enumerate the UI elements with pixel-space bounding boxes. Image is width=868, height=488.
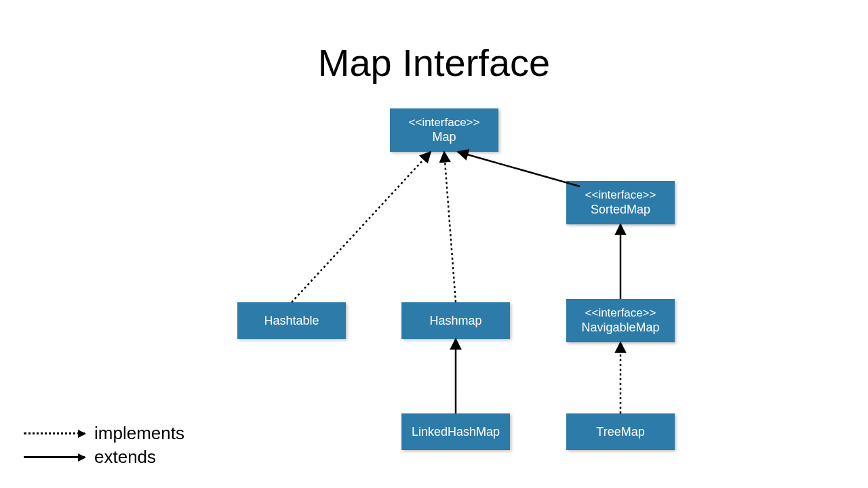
stereotype-label: <<interface>>	[585, 306, 656, 320]
edge-hashmap-to-map	[444, 152, 456, 302]
legend: implements extends	[24, 420, 184, 468]
node-label: Hashmap	[429, 313, 481, 329]
legend-line-solid-icon	[24, 456, 85, 458]
node-linkedhashmap-class: LinkedHashMap	[401, 413, 510, 450]
node-label: TreeMap	[596, 424, 644, 440]
edge-sortedmap-to-map	[458, 152, 580, 186]
stereotype-label: <<interface>>	[409, 115, 480, 129]
node-sortedmap-interface: <<interface>> SortedMap	[566, 181, 675, 224]
legend-label: implements	[94, 423, 184, 444]
edge-hashtable-to-map	[292, 152, 431, 302]
node-label: Hashtable	[264, 313, 319, 329]
node-label: SortedMap	[591, 202, 650, 218]
legend-label: extends	[94, 447, 156, 468]
node-label: Map	[432, 129, 456, 145]
legend-line-dashed-icon	[24, 432, 85, 434]
node-hashtable-class: Hashtable	[237, 302, 346, 339]
legend-row-implements: implements	[24, 423, 184, 444]
node-treemap-class: TreeMap	[566, 413, 675, 450]
node-map-interface: <<interface>> Map	[390, 108, 498, 152]
node-navigablemap-interface: <<interface>> NavigableMap	[566, 299, 675, 342]
stereotype-label: <<interface>>	[585, 188, 656, 202]
node-label: LinkedHashMap	[412, 424, 500, 440]
legend-row-extends: extends	[24, 447, 184, 468]
node-hashmap-class: Hashmap	[401, 302, 510, 339]
node-label: NavigableMap	[581, 320, 659, 336]
diagram-title: Map Interface	[318, 41, 550, 85]
